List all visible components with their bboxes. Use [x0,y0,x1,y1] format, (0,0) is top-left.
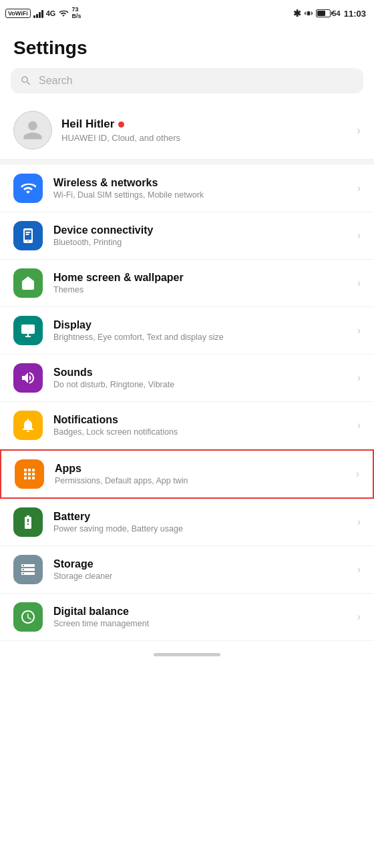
storage-chevron-icon: › [357,564,361,576]
apps-subtitle: Permissions, Default apps, App twin [55,476,345,485]
apps-chevron-icon: › [356,468,359,480]
homescreen-title: Home screen & wallpaper [53,272,347,284]
homescreen-chevron-icon: › [357,277,361,289]
storage-subtitle: Storage cleaner [53,572,347,581]
profile-chevron-icon: › [357,124,361,138]
display-chevron-icon: › [357,324,361,337]
wireless-text: Wireless & networks Wi-Fi, Dual SIM sett… [53,177,347,200]
storage-title: Storage [53,558,347,570]
storage-icon [13,555,43,584]
apps-icon [15,459,44,489]
search-placeholder-text: Search [39,75,73,87]
wireless-chevron-icon: › [357,182,361,194]
settings-list: Wireless & networks Wi-Fi, Dual SIM sett… [0,165,374,641]
search-icon [20,75,32,87]
wireless-title: Wireless & networks [53,177,347,189]
battery-chevron-icon: › [357,516,361,528]
settings-item-notifications[interactable]: Notifications Badges, Lock screen notifi… [0,402,374,449]
digitalbalance-text: Digital balance Screen time management [53,606,347,628]
home-pill[interactable] [154,653,220,656]
profile-info: Heil Hitler HUAWEI ID, Cloud, and others [61,118,347,143]
profile-subtitle: HUAWEI ID, Cloud, and others [61,133,347,143]
vowifi-indicator: VoWiFi [5,9,31,19]
sounds-icon [13,363,43,393]
wireless-icon [13,174,43,203]
battery-icon [316,9,331,17]
notifications-subtitle: Badges, Lock screen notifications [53,427,347,437]
home-bar [0,641,374,666]
connectivity-title: Device connectivity [53,224,347,236]
svg-rect-1 [26,234,29,235]
time-display: 11:03 [344,9,366,19]
status-bar: VoWiFi 4G 73 B/s ✱ 54 11:03 [0,0,374,27]
status-left: VoWiFi 4G 73 B/s [5,7,81,20]
settings-item-homescreen[interactable]: Home screen & wallpaper Themes › [0,260,374,307]
digitalbalance-subtitle: Screen time management [53,619,347,628]
connectivity-icon [13,221,43,250]
battery-fill [317,11,326,16]
battery-settings-icon [13,507,43,537]
storage-text: Storage Storage cleaner [53,558,347,581]
wireless-subtitle: Wi-Fi, Dual SIM settings, Mobile network [53,190,347,200]
settings-item-apps[interactable]: Apps Permissions, Default apps, App twin… [0,449,374,499]
settings-item-wireless[interactable]: Wireless & networks Wi-Fi, Dual SIM sett… [0,165,374,212]
homescreen-text: Home screen & wallpaper Themes [53,272,347,294]
svg-rect-2 [21,324,35,334]
status-right: ✱ 54 11:03 [293,8,367,19]
person-icon [21,119,44,142]
notifications-text: Notifications Badges, Lock screen notifi… [53,414,347,437]
connectivity-text: Device connectivity Bluetooth, Printing [53,224,347,247]
settings-item-storage[interactable]: Storage Storage cleaner › [0,546,374,594]
section-divider [0,160,374,165]
display-text: Display Brightness, Eye comfort, Text an… [53,319,347,342]
sounds-subtitle: Do not disturb, Ringtone, Vibrate [53,380,347,389]
homescreen-subtitle: Themes [53,285,347,294]
sounds-chevron-icon: › [357,372,361,384]
homescreen-icon [13,268,43,298]
settings-item-display[interactable]: Display Brightness, Eye comfort, Text an… [0,307,374,355]
page-title: Settings [0,27,374,65]
notifications-chevron-icon: › [357,419,361,431]
profile-section[interactable]: Heil Hitler HUAWEI ID, Cloud, and others… [0,101,374,160]
connectivity-chevron-icon: › [357,230,361,242]
notifications-title: Notifications [53,414,347,426]
display-title: Display [53,319,347,331]
svg-rect-0 [26,232,31,233]
speed-indicator: 73 B/s [71,7,81,20]
digitalbalance-icon [13,602,43,632]
online-dot [118,122,124,128]
display-subtitle: Brightness, Eye comfort, Text and displa… [53,333,347,342]
settings-item-digitalbalance[interactable]: Digital balance Screen time management › [0,594,374,641]
notifications-icon [13,411,43,440]
digitalbalance-title: Digital balance [53,606,347,618]
sounds-text: Sounds Do not disturb, Ringtone, Vibrate [53,367,347,389]
sounds-title: Sounds [53,367,347,379]
battery-level: 54 [333,9,341,17]
profile-name: Heil Hitler [61,118,347,131]
battery-subtitle: Power saving mode, Battery usage [53,524,347,533]
vibrate-icon [305,8,313,19]
battery-container: 54 [316,9,341,17]
settings-item-battery[interactable]: Battery Power saving mode, Battery usage… [0,499,374,546]
settings-item-sounds[interactable]: Sounds Do not disturb, Ringtone, Vibrate… [0,355,374,402]
battery-text: Battery Power saving mode, Battery usage [53,511,347,533]
apps-text: Apps Permissions, Default apps, App twin [55,463,345,485]
connectivity-subtitle: Bluetooth, Printing [53,238,347,247]
settings-item-connectivity[interactable]: Device connectivity Bluetooth, Printing … [0,212,374,260]
signal-type: 4G [46,9,56,17]
apps-title: Apps [55,463,345,475]
wifi-icon [58,9,69,18]
display-icon [13,316,43,345]
signal-bars [33,9,43,18]
search-bar[interactable]: Search [11,68,363,93]
digitalbalance-chevron-icon: › [357,611,361,623]
battery-title: Battery [53,511,347,523]
avatar [13,111,52,150]
bluetooth-icon: ✱ [293,8,301,19]
